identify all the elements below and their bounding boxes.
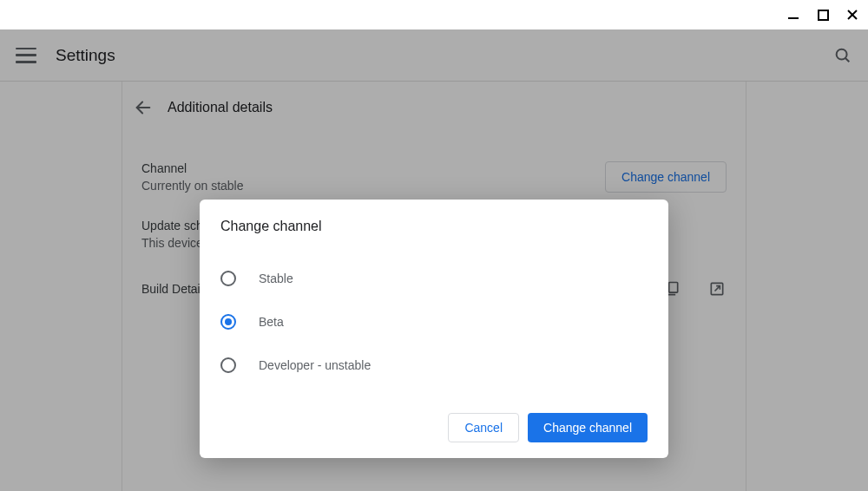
modal-scrim[interactable]: Change channel Stable Beta Developer - u… bbox=[0, 29, 868, 491]
window-minimize-button[interactable] bbox=[786, 8, 800, 22]
window-titlebar bbox=[0, 0, 868, 29]
radio-option-stable[interactable]: Stable bbox=[220, 257, 648, 300]
radio-icon bbox=[220, 271, 236, 286]
window-close-button[interactable] bbox=[845, 8, 859, 22]
confirm-change-channel-button[interactable]: Change channel bbox=[528, 413, 648, 442]
radio-icon bbox=[220, 314, 236, 330]
radio-icon bbox=[220, 357, 236, 373]
svg-rect-1 bbox=[819, 10, 828, 20]
radio-label: Beta bbox=[259, 315, 284, 329]
cancel-button[interactable]: Cancel bbox=[448, 413, 519, 442]
radio-option-beta[interactable]: Beta bbox=[220, 300, 648, 344]
radio-option-developer[interactable]: Developer - unstable bbox=[220, 344, 648, 387]
dialog-actions: Cancel Change channel bbox=[220, 413, 648, 442]
dialog-title: Change channel bbox=[220, 219, 648, 234]
change-channel-dialog: Change channel Stable Beta Developer - u… bbox=[200, 200, 668, 458]
radio-label: Developer - unstable bbox=[259, 358, 371, 372]
radio-label: Stable bbox=[259, 272, 293, 285]
window-maximize-button[interactable] bbox=[816, 8, 830, 22]
